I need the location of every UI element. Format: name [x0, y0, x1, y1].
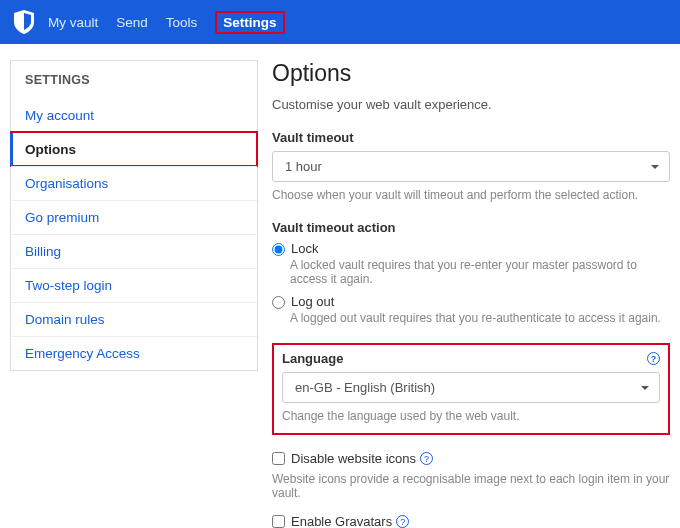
page-body: SETTINGS My account Options Organisation…	[0, 44, 680, 528]
disable-icons-help: Website icons provide a recognisable ima…	[272, 472, 670, 500]
settings-sidebar: SETTINGS My account Options Organisation…	[10, 60, 258, 528]
radio-logout[interactable]	[272, 296, 285, 309]
main-content: Options Customise your web vault experie…	[272, 60, 670, 528]
nav-settings[interactable]: Settings	[215, 11, 284, 34]
vault-timeout-help: Choose when your vault will timeout and …	[272, 188, 670, 202]
sidebar-item-my-account[interactable]: My account	[11, 99, 257, 132]
vault-timeout-label: Vault timeout	[272, 130, 670, 145]
nav-my-vault[interactable]: My vault	[48, 15, 98, 30]
language-section: Language ? en-GB - English (British) Cha…	[272, 343, 670, 435]
disable-icons-checkbox[interactable]	[272, 452, 285, 465]
gravatars-label: Enable Gravatars	[291, 514, 392, 528]
disable-icons-label: Disable website icons	[291, 451, 416, 466]
help-icon[interactable]: ?	[420, 452, 433, 465]
language-select[interactable]: en-GB - English (British)	[282, 372, 660, 403]
help-icon[interactable]: ?	[396, 515, 409, 528]
vault-timeout-select[interactable]: 1 hour	[272, 151, 670, 182]
language-label: Language	[282, 351, 343, 366]
sidebar-item-organisations[interactable]: Organisations	[11, 166, 257, 200]
disable-icons-section: Disable website icons ? Website icons pr…	[272, 451, 670, 500]
page-title: Options	[272, 60, 670, 87]
nav-tools[interactable]: Tools	[166, 15, 198, 30]
top-nav: My vault Send Tools Settings	[0, 0, 680, 44]
nav-send[interactable]: Send	[116, 15, 148, 30]
radio-lock[interactable]	[272, 243, 285, 256]
radio-logout-help: A logged out vault requires that you re-…	[290, 311, 670, 325]
language-help: Change the language used by the web vaul…	[282, 409, 660, 423]
radio-logout-label: Log out	[291, 294, 334, 309]
sidebar-item-two-step-login[interactable]: Two-step login	[11, 268, 257, 302]
vault-timeout-action-section: Vault timeout action Lock A locked vault…	[272, 220, 670, 325]
vault-timeout-action-label: Vault timeout action	[272, 220, 670, 235]
app-logo	[14, 10, 34, 34]
sidebar-item-options[interactable]: Options	[11, 132, 257, 166]
sidebar-item-emergency-access[interactable]: Emergency Access	[11, 336, 257, 370]
sidebar-item-billing[interactable]: Billing	[11, 234, 257, 268]
vault-timeout-section: Vault timeout 1 hour Choose when your va…	[272, 130, 670, 202]
sidebar-item-go-premium[interactable]: Go premium	[11, 200, 257, 234]
page-subtitle: Customise your web vault experience.	[272, 97, 670, 112]
sidebar-list: My account Options Organisations Go prem…	[10, 99, 258, 371]
sidebar-item-domain-rules[interactable]: Domain rules	[11, 302, 257, 336]
radio-lock-label: Lock	[291, 241, 318, 256]
sidebar-title: SETTINGS	[10, 60, 258, 99]
radio-lock-help: A locked vault requires that you re-ente…	[290, 258, 670, 286]
help-icon[interactable]: ?	[647, 352, 660, 365]
gravatars-section: Enable Gravatars ? Use avatar images loa…	[272, 514, 670, 528]
gravatars-checkbox[interactable]	[272, 515, 285, 528]
